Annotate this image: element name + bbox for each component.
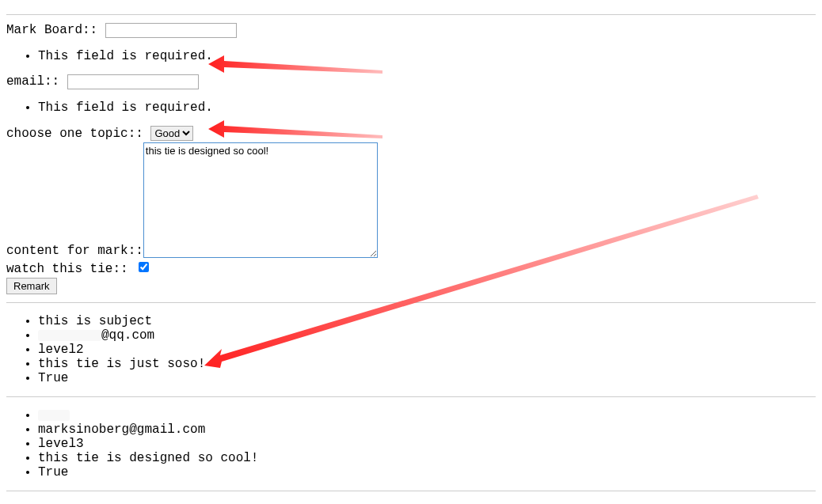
- mark-board-label: Mark Board::: [6, 23, 97, 37]
- email-label: email::: [6, 74, 59, 89]
- mark-board-error: This field is required.: [38, 49, 816, 63]
- mark-board-error-list: This field is required.: [6, 49, 816, 63]
- watch-checkbox[interactable]: [139, 262, 149, 272]
- record-subject: xxxx: [38, 408, 816, 423]
- record-watched: True: [38, 371, 816, 385]
- record-divider: [6, 396, 816, 397]
- record-list: this is subject xxxxxxxx@qq.com level2 t…: [6, 314, 816, 385]
- top-divider: [6, 14, 816, 15]
- record-content: this tie is just soso!: [38, 357, 816, 371]
- topic-label: choose one topic::: [6, 127, 143, 141]
- record-level: level3: [38, 437, 816, 451]
- record-divider: [6, 491, 816, 491]
- record-divider: [6, 302, 816, 303]
- content-label: content for mark::: [6, 244, 143, 258]
- remark-button[interactable]: Remark: [6, 278, 57, 294]
- content-textarea[interactable]: [143, 142, 378, 258]
- topic-select[interactable]: Good: [150, 126, 193, 141]
- email-error: This field is required.: [38, 100, 816, 115]
- watch-label: watch this tie::: [6, 262, 128, 276]
- record-email: xxxxxxxx@qq.com: [38, 328, 816, 343]
- email-input[interactable]: [67, 74, 199, 89]
- record-level: level2: [38, 343, 816, 357]
- record-content: this tie is designed so cool!: [38, 451, 816, 465]
- record-email: marksinoberg@gmail.com: [38, 423, 816, 437]
- mark-board-input[interactable]: [105, 23, 237, 38]
- email-error-list: This field is required.: [6, 100, 816, 115]
- record-subject: this is subject: [38, 314, 816, 328]
- record-watched: True: [38, 465, 816, 479]
- record-list: xxxx marksinoberg@gmail.com level3 this …: [6, 408, 816, 479]
